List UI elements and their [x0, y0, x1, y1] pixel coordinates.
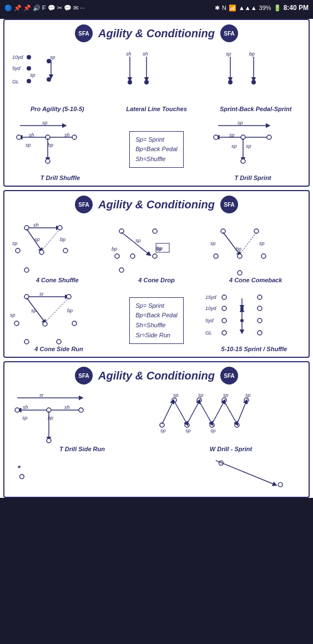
legend-2-item-3: Sh=Shuffle [135, 321, 178, 331]
section-1-row-1: 10yd 5yd GL sp [9, 47, 304, 114]
social-icon-3: 📌 [23, 4, 31, 12]
svg-point-22 [251, 80, 256, 84]
svg-text:sr: sr [39, 392, 44, 398]
svg-text:sp: sp [185, 428, 191, 433]
bluetooth-icon: ✱ [215, 4, 220, 12]
battery-icon: 🔋 [274, 4, 281, 12]
svg-point-101 [222, 306, 226, 311]
svg-text:sp: sp [226, 51, 231, 57]
svg-point-41 [267, 135, 271, 139]
svg-point-70 [119, 268, 124, 272]
pro-agility-diagram: 10yd 5yd GL sp [11, 49, 104, 104]
svg-point-85 [67, 294, 71, 299]
svg-line-90 [45, 298, 69, 322]
svg-point-45 [241, 159, 245, 163]
svg-line-77 [240, 232, 256, 254]
section-2-row-1: sh sp sp bp [9, 218, 304, 286]
battery-percent: 39% [259, 4, 271, 11]
svg-point-28 [17, 135, 21, 139]
legend-1-box: Sp= Sprint Bp=Back Pedal Sh=Shuffle [129, 131, 184, 168]
svg-line-145 [224, 401, 237, 424]
svg-text:sp: sp [22, 415, 28, 421]
social-icon-4: 🔊 [33, 4, 41, 12]
section-3-title: Agility & Conditioning [98, 370, 215, 382]
svg-point-57 [63, 248, 68, 253]
svg-point-104 [258, 295, 262, 299]
svg-point-124 [47, 438, 51, 443]
svg-point-100 [222, 295, 226, 299]
lateral-line-cell: sh sh Lateral Line Touches [108, 47, 205, 114]
t-drill-side-run-cell: sr sh sh sp bp [9, 389, 155, 452]
logo-left-2: SFA [75, 196, 93, 213]
legend-2-item-4: Sr=Side Run [135, 331, 178, 341]
svg-point-58 [24, 268, 29, 272]
svg-text:sp: sp [26, 142, 31, 148]
svg-point-7 [47, 77, 51, 82]
svg-line-54 [42, 229, 60, 251]
svg-point-68 [130, 254, 135, 258]
svg-line-89 [27, 298, 45, 322]
svg-text:bp: bp [60, 237, 65, 242]
w-drill-sprint-cell: sp sp sp sp sp sp sp [158, 389, 304, 452]
social-icon-1: 🔵 [4, 4, 12, 12]
section-3-row-1: sr sh sh sp bp [9, 389, 304, 452]
svg-point-69 [153, 254, 157, 258]
svg-point-102 [222, 318, 226, 323]
svg-line-141 [174, 401, 187, 424]
4-cone-shuffle-cell: sh sp sp bp [9, 218, 106, 286]
svg-line-144 [212, 401, 224, 424]
svg-text:sr: sr [39, 291, 44, 297]
status-right-icons: ✱ N 📶 ▲▲▲ 39% 🔋 8:40 PM [215, 4, 309, 12]
svg-point-118 [15, 408, 19, 412]
svg-text:sp: sp [12, 241, 18, 246]
sprint-back-label: Sprint-Back Pedal-Sprint [220, 106, 292, 112]
sprint-back-diagram: sp bp [209, 49, 302, 104]
svg-point-103 [222, 331, 226, 335]
svg-text:sh: sh [64, 405, 70, 410]
svg-text:sh: sh [23, 405, 28, 410]
svg-point-3 [27, 55, 31, 59]
svg-text:5yd: 5yd [205, 318, 214, 323]
svg-point-4 [27, 66, 31, 71]
svg-point-81 [238, 271, 242, 275]
section-1-header: SFA Agility & Conditioning SFA [9, 24, 304, 42]
svg-text:sp: sp [245, 392, 251, 398]
svg-point-92 [43, 322, 47, 326]
svg-text:sp: sp [173, 392, 179, 398]
legend-2-cell: Sp= Sprint Bp=Back Pedal Sh=Shuffle Sr=S… [111, 289, 202, 352]
svg-point-107 [258, 331, 262, 335]
svg-point-111 [240, 307, 244, 310]
svg-text:sp: sp [50, 54, 55, 60]
svg-point-94 [24, 340, 29, 344]
svg-text:sp: sp [210, 428, 216, 433]
svg-point-15 [128, 80, 132, 84]
svg-point-151 [278, 482, 282, 487]
signal-icon: ▲▲▲ [239, 4, 257, 11]
svg-text:sp: sp [246, 143, 251, 149]
4-cone-side-run-diagram: sr sp sp bp [9, 289, 109, 345]
svg-text:10yd: 10yd [12, 54, 24, 60]
pro-agility-cell: 10yd 5yd GL sp [9, 47, 106, 114]
svg-line-76 [223, 232, 240, 254]
section-2-card: SFA Agility & Conditioning SFA sh [3, 190, 310, 358]
svg-text:5yd: 5yd [12, 66, 21, 71]
legend-1-cell: Sp= Sprint Bp=Back Pedal Sh=Shuffle [114, 118, 199, 181]
pro-agility-label: Pro Agility (5-10-5) [31, 106, 84, 112]
svg-point-106 [258, 318, 262, 323]
svg-point-34 [46, 159, 50, 163]
social-icon-6: 💬 [48, 4, 55, 12]
status-bar: 🔵 📌 📌 🔊 F 💬 ✂ 💬 ✉ ··· ✱ N 📶 ▲▲▲ 39% 🔋 8:… [0, 0, 313, 16]
time-display: 8:40 PM [284, 4, 309, 12]
legend-2-item-2: Bp=Back Pedal [135, 311, 178, 321]
4-cone-drop-diagram: sp bp bp bp [110, 220, 203, 276]
svg-text:sp: sp [160, 428, 166, 433]
social-icon-9: ✉ [73, 4, 78, 12]
section-2-title: Agility & Conditioning [98, 198, 215, 211]
svg-text:GL: GL [12, 79, 19, 84]
lateral-line-diagram: sh sh [110, 49, 203, 104]
svg-point-30 [72, 135, 77, 139]
svg-text:bp: bp [157, 246, 163, 251]
legend-2-item-1: Sp= Sprint [135, 301, 178, 311]
t-drill-shuffle-diagram: sp sh sh sp bp [9, 118, 112, 173]
svg-text:sp: sp [30, 72, 36, 78]
